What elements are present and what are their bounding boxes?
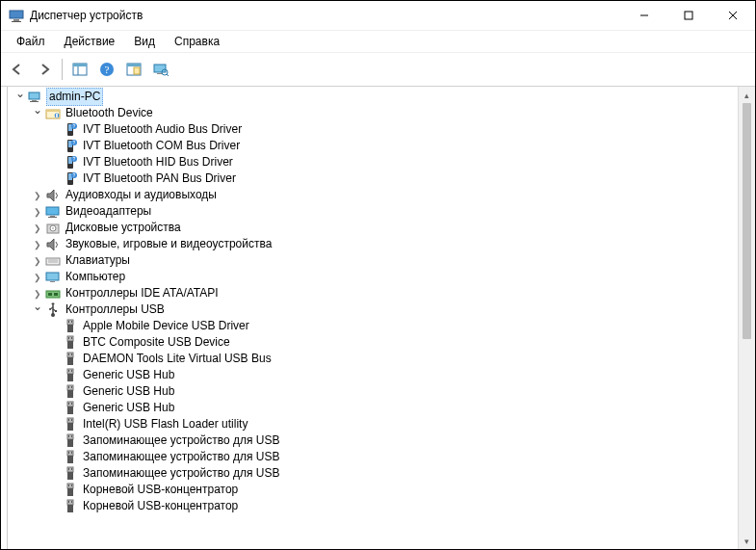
tree-node-label[interactable]: IVT Bluetooth PAN Bus Driver <box>81 170 238 187</box>
tree-node-запоминающее-устройство-для-us[interactable]: Запоминающее устройство для USB <box>13 465 755 482</box>
tree-node-label[interactable]: Запоминающее устройство для USB <box>81 432 281 449</box>
tree-node-ivt-bluetooth-pan-bus-driver[interactable]: ?IVT Bluetooth PAN Bus Driver <box>13 170 755 187</box>
tree-node-контроллеры-usb[interactable]: Контроллеры USB <box>13 301 755 318</box>
forward-button[interactable] <box>32 57 57 82</box>
tree-node-generic-usb-hub[interactable]: Generic USB Hub <box>13 367 755 383</box>
tree-expand-arrow[interactable] <box>31 236 44 253</box>
tree-node-запоминающее-устройство-для-us[interactable]: Запоминающее устройство для USB <box>13 449 755 465</box>
svg-rect-0 <box>10 11 23 18</box>
ide-icon <box>45 286 61 301</box>
tree-node-intel-r-usb-flash-loader-utili[interactable]: Intel(R) USB Flash Loader utility <box>13 416 755 432</box>
back-button[interactable] <box>5 57 30 82</box>
svg-rect-91 <box>67 456 73 463</box>
scan-hardware-button[interactable] <box>148 57 173 82</box>
scroll-thumb[interactable] <box>743 103 751 339</box>
tree-node-btc-composite-usb-device[interactable]: BTC Composite USB Device <box>13 334 755 351</box>
tree-node-видеоадаптеры[interactable]: Видеоадаптеры <box>13 203 755 220</box>
tree-node-generic-usb-hub[interactable]: Generic USB Hub <box>13 383 755 400</box>
tree-node-label[interactable]: admin-PC <box>46 88 103 106</box>
tree-node-label[interactable]: Аудиовходы и аудиовыходы <box>64 187 219 203</box>
svg-rect-79 <box>67 406 73 414</box>
tree-node-контроллеры-ide-ata-atapi[interactable]: Контроллеры IDE ATA/ATAPI <box>13 285 755 301</box>
svg-rect-100 <box>68 485 69 486</box>
svg-rect-84 <box>68 419 69 421</box>
tree-expand-arrow[interactable] <box>31 269 44 286</box>
tree-node-ivt-bluetooth-audio-bus-driver[interactable]: ?IVT Bluetooth Audio Bus Driver <box>13 121 755 138</box>
tree-node-label[interactable]: Корневой USB-концентратор <box>81 482 240 498</box>
device-tree[interactable]: admin-PCBluetooth Device?IVT Bluetooth A… <box>8 87 755 549</box>
scroll-down-button[interactable]: ▾ <box>739 533 755 549</box>
svg-text:?: ? <box>73 140 76 145</box>
tree-expand-arrow[interactable] <box>31 252 44 270</box>
tree-node-label[interactable]: BTC Composite USB Device <box>81 334 232 351</box>
tree-node-label[interactable]: Generic USB Hub <box>81 367 176 383</box>
svg-rect-96 <box>68 468 69 470</box>
tree-node-generic-usb-hub[interactable]: Generic USB Hub <box>13 400 755 416</box>
tree-node-клавиатуры[interactable]: Клавиатуры <box>13 252 755 269</box>
minimize-button[interactable] <box>622 1 666 30</box>
tree-node-label[interactable]: Intel(R) USB Flash Loader utility <box>81 416 249 432</box>
scroll-track[interactable] <box>739 103 755 533</box>
close-button[interactable] <box>711 1 755 30</box>
tree-node-аудиовходы-и-аудиовыходы[interactable]: Аудиовходы и аудиовыходы <box>13 187 755 203</box>
properties-button[interactable] <box>121 57 146 82</box>
menu-action[interactable]: Действие <box>55 33 125 50</box>
monitor-icon <box>45 270 61 285</box>
tree-expand-arrow[interactable] <box>31 105 44 121</box>
tree-node-label[interactable]: Клавиатуры <box>64 252 132 269</box>
tree-node-label[interactable]: IVT Bluetooth HID Bus Driver <box>81 154 235 170</box>
svg-rect-60 <box>68 321 69 323</box>
tree-expand-arrow[interactable] <box>31 187 44 204</box>
svg-rect-94 <box>67 467 73 472</box>
tree-expand-arrow[interactable] <box>31 203 44 221</box>
tree-expand-arrow[interactable] <box>13 89 27 105</box>
tree-node-label[interactable]: Запоминающее устройство для USB <box>81 465 281 482</box>
tree-node-звуковые-игровые-и-видеоустрой[interactable]: Звуковые, игровые и видеоустройства <box>13 236 755 252</box>
tree-node-label[interactable]: Контроллеры IDE ATA/ATAPI <box>64 285 221 301</box>
tree-node-daemon-tools-lite-virtual-usb-[interactable]: DAEMON Tools Lite Virtual USB Bus <box>13 351 755 367</box>
tree-node-корневой-usb-концентратор[interactable]: Корневой USB-концентратор <box>13 498 755 514</box>
usb-icon <box>63 433 78 449</box>
scroll-up-button[interactable]: ▴ <box>739 87 755 103</box>
tree-node-apple-mobile-device-usb-driver[interactable]: Apple Mobile Device USB Driver <box>13 318 755 334</box>
tree-node-компьютер[interactable]: Компьютер <box>13 269 755 285</box>
tree-expand-arrow[interactable] <box>31 220 44 237</box>
vertical-scrollbar[interactable]: ▴ ▾ <box>738 87 755 549</box>
tree-node-root[interactable]: admin-PC <box>13 89 755 105</box>
tree-node-ivt-bluetooth-com-bus-driver[interactable]: ?IVT Bluetooth COM Bus Driver <box>13 138 755 154</box>
title-bar: Диспетчер устройств <box>1 1 755 31</box>
device-tree-panel[interactable]: admin-PCBluetooth Device?IVT Bluetooth A… <box>8 87 755 549</box>
show-hide-console-tree-button[interactable] <box>67 57 92 82</box>
help-button[interactable]: ? <box>94 57 119 82</box>
usb-icon <box>63 352 78 367</box>
tree-node-label[interactable]: Apple Mobile Device USB Driver <box>81 318 251 334</box>
menu-file[interactable]: Файл <box>7 33 55 50</box>
tree-node-ivt-bluetooth-hid-bus-driver[interactable]: ?IVT Bluetooth HID Bus Driver <box>13 154 755 170</box>
tree-node-label[interactable]: Звуковые, игровые и видеоустройства <box>64 236 274 252</box>
menu-help[interactable]: Справка <box>165 33 229 50</box>
menu-view[interactable]: Вид <box>124 33 165 50</box>
tree-node-label[interactable]: Компьютер <box>64 269 127 285</box>
tree-node-запоминающее-устройство-для-us[interactable]: Запоминающее устройство для USB <box>13 432 755 449</box>
svg-rect-102 <box>67 500 73 505</box>
maximize-button[interactable] <box>666 1 711 30</box>
usb-icon <box>63 401 78 416</box>
tree-node-label[interactable]: Корневой USB-концентратор <box>81 498 240 514</box>
tree-node-label[interactable]: Запоминающее устройство для USB <box>81 449 281 465</box>
tree-node-label[interactable]: Видеоадаптеры <box>64 203 153 220</box>
tree-node-bluetooth-device[interactable]: Bluetooth Device <box>13 105 755 121</box>
tree-node-label[interactable]: DAEMON Tools Lite Virtual USB Bus <box>81 351 274 367</box>
tree-node-label[interactable]: Generic USB Hub <box>81 383 176 400</box>
tree-node-дисковые-устройства[interactable]: Дисковые устройства <box>13 220 755 236</box>
tree-node-label[interactable]: Bluetooth Device <box>64 105 155 121</box>
tree-node-label[interactable]: Контроллеры USB <box>64 301 167 318</box>
tree-node-корневой-usb-концентратор[interactable]: Корневой USB-концентратор <box>13 482 755 498</box>
tree-node-label[interactable]: IVT Bluetooth COM Bus Driver <box>81 138 242 154</box>
svg-rect-20 <box>32 100 37 101</box>
tree-node-label[interactable]: Generic USB Hub <box>81 400 176 416</box>
tree-node-label[interactable]: IVT Bluetooth Audio Bus Driver <box>81 121 244 138</box>
usb-icon <box>63 499 78 514</box>
tree-expand-arrow[interactable] <box>31 301 44 318</box>
tree-node-label[interactable]: Дисковые устройства <box>64 220 183 236</box>
svg-text:?: ? <box>73 156 76 162</box>
